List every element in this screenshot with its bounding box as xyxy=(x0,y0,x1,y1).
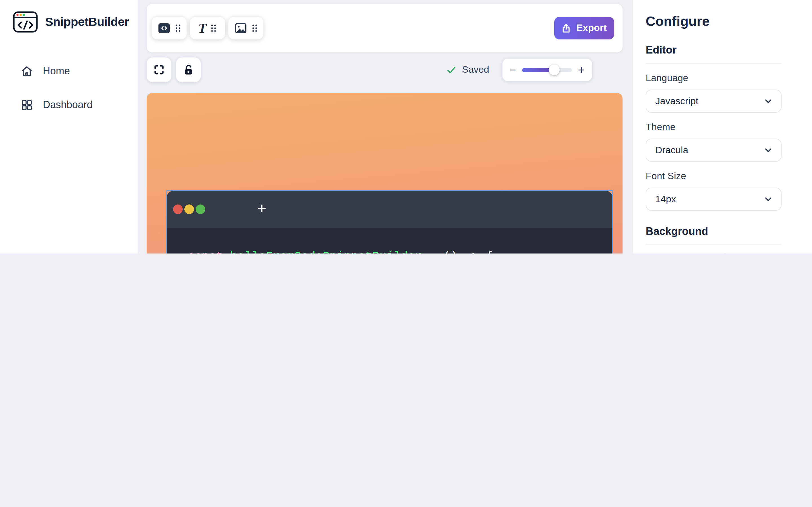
sidebar-nav: Home Dashboard xyxy=(0,54,138,122)
sidebar-item-dashboard[interactable]: Dashboard xyxy=(0,88,138,122)
background-section-heading: Background xyxy=(646,225,781,238)
export-icon xyxy=(561,23,571,33)
add-text-tool[interactable]: T xyxy=(190,17,225,40)
add-code-block-tool[interactable] xyxy=(152,17,187,40)
drag-handle-icon[interactable] xyxy=(175,24,181,33)
saved-check-icon xyxy=(446,64,457,75)
app-logo-icon xyxy=(13,11,38,33)
language-value: Javascript xyxy=(655,96,698,107)
chevron-down-icon xyxy=(763,96,773,106)
code-window[interactable]: + const helloFromCodeSnippetBuilder = ()… xyxy=(167,191,612,253)
add-image-tool[interactable] xyxy=(229,17,263,40)
main-area: T xyxy=(138,0,632,253)
unlock-icon xyxy=(182,64,195,76)
app-title: SnippetBuilder xyxy=(45,15,129,29)
language-label: Language xyxy=(646,73,781,84)
image-icon xyxy=(234,21,248,35)
sidebar: SnippetBuilder Home Dashboard xyxy=(0,0,138,253)
sidebar-item-label: Dashboard xyxy=(43,99,93,111)
export-label: Export xyxy=(576,22,607,34)
hide-watermark-row: Hide watermark xyxy=(646,253,781,253)
divider xyxy=(646,63,781,64)
traffic-red-icon xyxy=(173,205,183,214)
sidebar-item-label: Home xyxy=(43,65,70,77)
export-button[interactable]: Export xyxy=(554,17,614,40)
theme-label: Theme xyxy=(646,122,781,133)
configure-panel: Configure Editor Language Javascript The… xyxy=(632,0,812,253)
snippet-canvas[interactable]: + const helloFromCodeSnippetBuilder = ()… xyxy=(147,93,622,253)
hide-watermark-label: Hide watermark xyxy=(646,253,713,253)
zoom-slider-thumb[interactable] xyxy=(549,64,560,75)
font-size-value: 14px xyxy=(655,193,676,205)
theme-value: Dracula xyxy=(655,145,688,156)
add-tab-button[interactable]: + xyxy=(257,201,266,216)
fullscreen-button[interactable] xyxy=(147,57,171,82)
code-window-icon xyxy=(157,21,171,35)
fullscreen-icon xyxy=(153,64,165,76)
traffic-green-icon xyxy=(195,205,205,214)
lock-button[interactable] xyxy=(176,57,201,82)
font-size-label: Font Size xyxy=(646,171,781,182)
canvas-toolbar: Saved − + xyxy=(147,57,622,82)
dashboard-icon xyxy=(20,98,33,111)
language-select[interactable]: Javascript xyxy=(646,90,781,113)
drag-handle-icon[interactable] xyxy=(252,24,258,33)
app-logo[interactable]: SnippetBuilder xyxy=(0,0,138,33)
app-window: SnippetBuilder Home Dashboard xyxy=(0,0,812,253)
text-icon: T xyxy=(198,21,206,35)
sidebar-item-home[interactable]: Home xyxy=(0,54,138,88)
drag-handle-icon[interactable] xyxy=(211,24,217,33)
traffic-yellow-icon xyxy=(184,205,194,214)
code-line: const helloFromCodeSnippetBuilder = () =… xyxy=(188,248,612,253)
chevron-down-icon xyxy=(763,145,773,155)
divider xyxy=(646,244,781,245)
code-window-titlebar: + xyxy=(167,191,612,228)
zoom-control: − + xyxy=(502,59,592,81)
panel-title: Configure xyxy=(646,13,781,29)
elements-toolbar: T xyxy=(147,4,622,52)
code-body[interactable]: const helloFromCodeSnippetBuilder = () =… xyxy=(167,228,612,253)
editor-section-heading: Editor xyxy=(646,44,781,56)
save-status: Saved xyxy=(446,64,489,75)
zoom-in-button[interactable]: + xyxy=(578,64,585,75)
save-status-label: Saved xyxy=(462,64,489,75)
zoom-slider[interactable] xyxy=(522,68,571,72)
code-window-selection[interactable]: + const helloFromCodeSnippetBuilder = ()… xyxy=(166,190,613,253)
font-size-select[interactable]: 14px xyxy=(646,187,781,211)
zoom-out-button[interactable]: − xyxy=(509,64,516,75)
chevron-down-icon xyxy=(763,194,773,204)
home-icon xyxy=(20,64,33,77)
theme-select[interactable]: Dracula xyxy=(646,138,781,162)
